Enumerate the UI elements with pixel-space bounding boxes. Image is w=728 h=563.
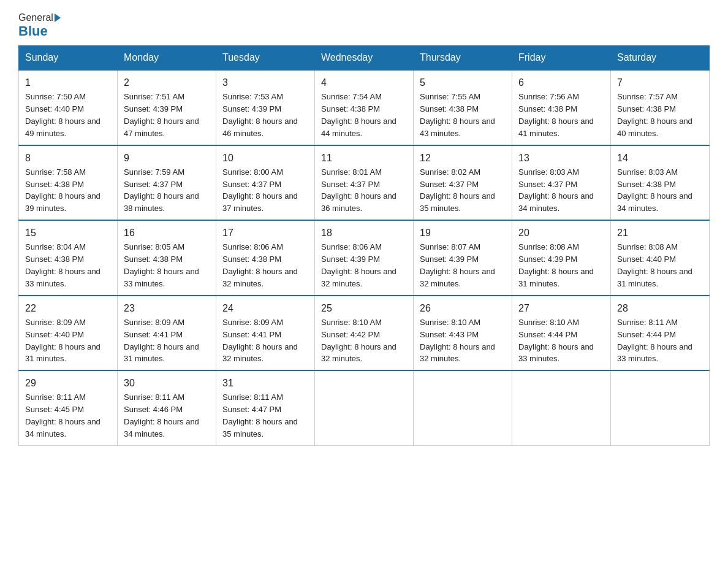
day-cell-20: 20Sunrise: 8:08 AMSunset: 4:39 PMDayligh… — [512, 220, 611, 296]
day-cell-4: 4Sunrise: 7:54 AMSunset: 4:38 PMDaylight… — [315, 70, 414, 145]
day-number: 18 — [321, 226, 407, 240]
logo-arrow-icon — [55, 13, 61, 22]
day-number: 15 — [25, 226, 111, 240]
day-number: 2 — [124, 75, 210, 90]
day-number: 12 — [420, 151, 506, 165]
day-number: 21 — [617, 226, 703, 240]
day-number: 10 — [222, 151, 308, 165]
sunrise-info: Sunrise: 8:05 AMSunset: 4:38 PMDaylight:… — [124, 242, 199, 288]
day-number: 29 — [25, 376, 111, 390]
sunrise-info: Sunrise: 7:51 AMSunset: 4:39 PMDaylight:… — [124, 92, 199, 138]
sunrise-info: Sunrise: 7:54 AMSunset: 4:38 PMDaylight:… — [321, 92, 396, 138]
sunrise-info: Sunrise: 8:11 AMSunset: 4:46 PMDaylight:… — [124, 393, 199, 439]
sunrise-info: Sunrise: 8:10 AMSunset: 4:42 PMDaylight:… — [321, 318, 396, 364]
sunrise-info: Sunrise: 8:03 AMSunset: 4:38 PMDaylight:… — [617, 167, 692, 213]
sunrise-info: Sunrise: 8:09 AMSunset: 4:40 PMDaylight:… — [25, 318, 100, 364]
day-cell-28: 28Sunrise: 8:11 AMSunset: 4:44 PMDayligh… — [611, 296, 710, 371]
sunrise-info: Sunrise: 8:06 AMSunset: 4:38 PMDaylight:… — [222, 242, 298, 288]
day-number: 26 — [420, 301, 506, 315]
header-day-wednesday: Wednesday — [315, 46, 414, 71]
day-cell-23: 23Sunrise: 8:09 AMSunset: 4:41 PMDayligh… — [118, 296, 216, 371]
sunrise-info: Sunrise: 8:11 AMSunset: 4:47 PMDaylight:… — [222, 393, 298, 439]
day-cell-9: 9Sunrise: 7:59 AMSunset: 4:37 PMDaylight… — [118, 145, 216, 221]
sunrise-info: Sunrise: 7:59 AMSunset: 4:37 PMDaylight:… — [124, 167, 199, 213]
week-row-1: 1Sunrise: 7:50 AMSunset: 4:40 PMDaylight… — [19, 70, 710, 145]
day-number: 11 — [321, 151, 407, 165]
sunrise-info: Sunrise: 8:08 AMSunset: 4:39 PMDaylight:… — [518, 242, 594, 288]
sunrise-info: Sunrise: 8:01 AMSunset: 4:37 PMDaylight:… — [321, 167, 396, 213]
day-number: 13 — [518, 151, 604, 165]
header-day-sunday: Sunday — [19, 46, 118, 71]
header-day-friday: Friday — [512, 46, 611, 71]
day-cell-29: 29Sunrise: 8:11 AMSunset: 4:45 PMDayligh… — [19, 370, 118, 445]
week-row-4: 22Sunrise: 8:09 AMSunset: 4:40 PMDayligh… — [19, 296, 710, 371]
day-number: 17 — [222, 226, 308, 240]
day-number: 24 — [222, 301, 308, 315]
week-row-5: 29Sunrise: 8:11 AMSunset: 4:45 PMDayligh… — [19, 370, 710, 445]
day-number: 1 — [25, 75, 111, 90]
day-cell-2: 2Sunrise: 7:51 AMSunset: 4:39 PMDaylight… — [118, 70, 216, 145]
sunrise-info: Sunrise: 7:53 AMSunset: 4:39 PMDaylight:… — [222, 92, 298, 138]
sunrise-info: Sunrise: 8:06 AMSunset: 4:39 PMDaylight:… — [321, 242, 396, 288]
page-header: General Blue — [18, 12, 710, 39]
sunrise-info: Sunrise: 8:02 AMSunset: 4:37 PMDaylight:… — [420, 167, 495, 213]
header-row: SundayMondayTuesdayWednesdayThursdayFrid… — [19, 46, 710, 71]
day-cell-11: 11Sunrise: 8:01 AMSunset: 4:37 PMDayligh… — [315, 145, 414, 221]
sunrise-info: Sunrise: 8:00 AMSunset: 4:37 PMDaylight:… — [222, 167, 298, 213]
sunrise-info: Sunrise: 8:04 AMSunset: 4:38 PMDaylight:… — [25, 242, 100, 288]
day-number: 27 — [518, 301, 604, 315]
day-cell-24: 24Sunrise: 8:09 AMSunset: 4:41 PMDayligh… — [216, 296, 315, 371]
day-number: 14 — [617, 151, 703, 165]
day-cell-14: 14Sunrise: 8:03 AMSunset: 4:38 PMDayligh… — [611, 145, 710, 221]
sunrise-info: Sunrise: 7:57 AMSunset: 4:38 PMDaylight:… — [617, 92, 692, 138]
day-number: 20 — [518, 226, 604, 240]
logo-general-text: General — [18, 12, 53, 23]
logo-blue-text: Blue — [18, 23, 48, 39]
day-cell-3: 3Sunrise: 7:53 AMSunset: 4:39 PMDaylight… — [216, 70, 315, 145]
empty-cell — [611, 370, 710, 445]
day-cell-22: 22Sunrise: 8:09 AMSunset: 4:40 PMDayligh… — [19, 296, 118, 371]
header-day-thursday: Thursday — [414, 46, 512, 71]
day-number: 3 — [222, 75, 308, 90]
day-cell-21: 21Sunrise: 8:08 AMSunset: 4:40 PMDayligh… — [611, 220, 710, 296]
day-number: 8 — [25, 151, 111, 165]
calendar-table: SundayMondayTuesdayWednesdayThursdayFrid… — [18, 45, 710, 446]
day-number: 6 — [518, 75, 604, 90]
empty-cell — [315, 370, 414, 445]
header-day-saturday: Saturday — [611, 46, 710, 71]
sunrise-info: Sunrise: 8:03 AMSunset: 4:37 PMDaylight:… — [518, 167, 594, 213]
day-cell-18: 18Sunrise: 8:06 AMSunset: 4:39 PMDayligh… — [315, 220, 414, 296]
day-number: 9 — [124, 151, 210, 165]
week-row-3: 15Sunrise: 8:04 AMSunset: 4:38 PMDayligh… — [19, 220, 710, 296]
week-row-2: 8Sunrise: 7:58 AMSunset: 4:38 PMDaylight… — [19, 145, 710, 221]
sunrise-info: Sunrise: 8:08 AMSunset: 4:40 PMDaylight:… — [617, 242, 692, 288]
sunrise-info: Sunrise: 8:09 AMSunset: 4:41 PMDaylight:… — [124, 318, 199, 364]
sunrise-info: Sunrise: 8:09 AMSunset: 4:41 PMDaylight:… — [222, 318, 298, 364]
sunrise-info: Sunrise: 7:58 AMSunset: 4:38 PMDaylight:… — [25, 167, 100, 213]
day-cell-5: 5Sunrise: 7:55 AMSunset: 4:38 PMDaylight… — [414, 70, 512, 145]
day-number: 22 — [25, 301, 111, 315]
day-cell-10: 10Sunrise: 8:00 AMSunset: 4:37 PMDayligh… — [216, 145, 315, 221]
day-number: 23 — [124, 301, 210, 315]
day-number: 25 — [321, 301, 407, 315]
day-number: 31 — [222, 376, 308, 390]
day-cell-16: 16Sunrise: 8:05 AMSunset: 4:38 PMDayligh… — [118, 220, 216, 296]
sunrise-info: Sunrise: 8:10 AMSunset: 4:43 PMDaylight:… — [420, 318, 495, 364]
sunrise-info: Sunrise: 7:50 AMSunset: 4:40 PMDaylight:… — [25, 92, 100, 138]
header-day-tuesday: Tuesday — [216, 46, 315, 71]
sunrise-info: Sunrise: 7:56 AMSunset: 4:38 PMDaylight:… — [518, 92, 594, 138]
day-number: 7 — [617, 75, 703, 90]
sunrise-info: Sunrise: 8:10 AMSunset: 4:44 PMDaylight:… — [518, 318, 594, 364]
day-cell-26: 26Sunrise: 8:10 AMSunset: 4:43 PMDayligh… — [414, 296, 512, 371]
day-cell-17: 17Sunrise: 8:06 AMSunset: 4:38 PMDayligh… — [216, 220, 315, 296]
header-day-monday: Monday — [118, 46, 216, 71]
day-cell-13: 13Sunrise: 8:03 AMSunset: 4:37 PMDayligh… — [512, 145, 611, 221]
day-number: 28 — [617, 301, 703, 315]
day-cell-12: 12Sunrise: 8:02 AMSunset: 4:37 PMDayligh… — [414, 145, 512, 221]
day-cell-7: 7Sunrise: 7:57 AMSunset: 4:38 PMDaylight… — [611, 70, 710, 145]
day-cell-15: 15Sunrise: 8:04 AMSunset: 4:38 PMDayligh… — [19, 220, 118, 296]
sunrise-info: Sunrise: 8:11 AMSunset: 4:45 PMDaylight:… — [25, 393, 100, 439]
day-cell-27: 27Sunrise: 8:10 AMSunset: 4:44 PMDayligh… — [512, 296, 611, 371]
day-cell-1: 1Sunrise: 7:50 AMSunset: 4:40 PMDaylight… — [19, 70, 118, 145]
day-number: 30 — [124, 376, 210, 390]
